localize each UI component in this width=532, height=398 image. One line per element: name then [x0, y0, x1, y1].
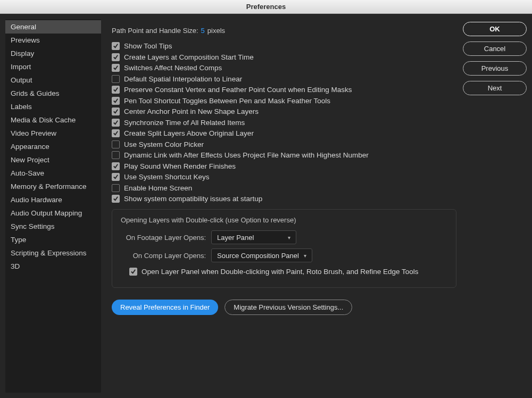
ok-button[interactable]: OK: [463, 22, 527, 36]
sidebar-item-scripting-expressions[interactable]: Scripting & Expressions: [5, 246, 101, 260]
sidebar-item-general[interactable]: General: [5, 20, 101, 34]
footage-layer-row: On Footage Layer Opens: Layer Panel ▾: [121, 230, 447, 244]
checkbox[interactable]: [112, 184, 120, 192]
open-layer-panel-row: Open Layer Panel when Double-clicking wi…: [129, 268, 447, 276]
checkbox-label: Synchronize Time of All Related Items: [124, 119, 245, 127]
sidebar-item-appearance[interactable]: Appearance: [5, 140, 101, 153]
checkbox-label: Switches Affect Nested Comps: [124, 64, 222, 72]
sidebar-item-labels[interactable]: Labels: [5, 100, 101, 113]
sidebar-item-import[interactable]: Import: [5, 60, 101, 73]
bottom-buttons: Reveal Preferences in Finder Migrate Pre…: [112, 300, 456, 315]
sidebar-item-3d[interactable]: 3D: [5, 260, 101, 273]
chevron-down-icon: ▾: [304, 253, 306, 259]
checkbox-row: Switches Affect Nested Comps: [112, 64, 456, 72]
checkbox-row: Create Split Layers Above Original Layer: [112, 129, 456, 137]
sidebar-item-previews[interactable]: Previews: [5, 34, 101, 47]
checkbox-row: Show system compatibility issues at star…: [112, 195, 456, 203]
checkbox-label: Dynamic Link with After Effects Uses Pro…: [124, 151, 369, 159]
checkbox[interactable]: [112, 64, 120, 72]
checkbox-row: Pen Tool Shortcut Toggles Between Pen an…: [112, 97, 456, 105]
path-point-value[interactable]: 5: [201, 27, 205, 35]
checkbox-row: Dynamic Link with After Effects Uses Pro…: [112, 151, 456, 159]
checkbox[interactable]: [112, 195, 120, 203]
checkbox[interactable]: [112, 162, 120, 170]
sidebar-item-grids-guides[interactable]: Grids & Guides: [5, 87, 101, 100]
body-area: GeneralPreviewsDisplayImportOutputGrids …: [0, 14, 532, 398]
checkbox-label: Play Sound When Render Finishes: [124, 162, 236, 170]
sidebar-item-auto-save[interactable]: Auto-Save: [5, 167, 101, 180]
checkbox-row: Preserve Constant Vertex and Feather Poi…: [112, 86, 456, 94]
checkbox-label: Center Anchor Point in New Shape Layers: [124, 107, 259, 115]
checkbox-label: Show Tool Tips: [124, 42, 172, 50]
path-point-unit: pixels: [207, 27, 225, 35]
preferences-sidebar: GeneralPreviewsDisplayImportOutputGrids …: [5, 19, 101, 393]
window-titlebar: Preferences: [0, 0, 532, 14]
reveal-preferences-button[interactable]: Reveal Preferences in Finder: [112, 300, 218, 315]
checkbox[interactable]: [112, 53, 120, 61]
sidebar-item-output[interactable]: Output: [5, 73, 101, 87]
open-layer-panel-checkbox[interactable]: [129, 268, 137, 276]
checkbox-row: Play Sound When Render Finishes: [112, 162, 456, 170]
previous-button[interactable]: Previous: [463, 61, 527, 76]
dialog-buttons: OK Cancel Previous Next: [463, 19, 527, 393]
comp-layer-row: On Comp Layer Opens: Source Composition …: [121, 248, 447, 262]
path-point-row: Path Point and Handle Size: 5 pixels: [112, 27, 456, 35]
double-click-group: Opening Layers with Double-click (use Op…: [112, 209, 456, 288]
checkbox-row: Create Layers at Composition Start Time: [112, 53, 456, 61]
checkbox-label: Show system compatibility issues at star…: [124, 195, 262, 203]
checkbox-row: Default Spatial Interpolation to Linear: [112, 75, 456, 83]
sidebar-item-media-disk-cache[interactable]: Media & Disk Cache: [5, 113, 101, 127]
checkbox[interactable]: [112, 97, 120, 105]
checkbox-label: Pen Tool Shortcut Toggles Between Pen an…: [124, 97, 330, 105]
footage-select-value: Layer Panel: [217, 234, 254, 242]
checkbox-row: Center Anchor Point in New Shape Layers: [112, 107, 456, 115]
checkbox-row: Show Tool Tips: [112, 42, 456, 50]
checkbox-row: Use System Color Picker: [112, 140, 456, 148]
checkbox[interactable]: [112, 173, 120, 181]
comp-select[interactable]: Source Composition Panel ▾: [211, 248, 312, 262]
sidebar-item-new-project[interactable]: New Project: [5, 153, 101, 167]
checkbox[interactable]: [112, 86, 120, 94]
path-point-label: Path Point and Handle Size:: [112, 27, 198, 35]
checkbox-label: Enable Home Screen: [124, 184, 192, 192]
double-click-legend: Opening Layers with Double-click (use Op…: [121, 216, 447, 224]
checkbox-label: Default Spatial Interpolation to Linear: [124, 75, 242, 83]
footage-label: On Footage Layer Opens:: [121, 234, 206, 242]
chevron-down-icon: ▾: [288, 235, 290, 241]
checkbox-row: Synchronize Time of All Related Items: [112, 119, 456, 127]
next-button[interactable]: Next: [463, 81, 527, 95]
comp-label: On Comp Layer Opens:: [121, 252, 206, 260]
checkbox-label: Create Split Layers Above Original Layer: [124, 129, 254, 137]
checkbox[interactable]: [112, 42, 120, 50]
migrate-settings-button[interactable]: Migrate Previous Version Settings...: [225, 300, 352, 315]
window-title: Preferences: [246, 3, 286, 11]
sidebar-item-memory-performance[interactable]: Memory & Performance: [5, 180, 101, 193]
checkbox-label: Use System Shortcut Keys: [124, 173, 210, 181]
sidebar-item-sync-settings[interactable]: Sync Settings: [5, 220, 101, 233]
footage-select[interactable]: Layer Panel ▾: [211, 230, 296, 244]
sidebar-item-audio-output-mapping[interactable]: Audio Output Mapping: [5, 206, 101, 220]
sidebar-item-video-preview[interactable]: Video Preview: [5, 127, 101, 140]
sidebar-item-type[interactable]: Type: [5, 233, 101, 246]
preferences-main: Path Point and Handle Size: 5 pixels Sho…: [101, 19, 463, 393]
checkbox-row: Enable Home Screen: [112, 184, 456, 192]
checkbox-row: Use System Shortcut Keys: [112, 173, 456, 181]
checkbox-label: Preserve Constant Vertex and Feather Poi…: [124, 86, 352, 94]
open-layer-panel-label: Open Layer Panel when Double-clicking wi…: [142, 268, 419, 276]
checkbox-label: Create Layers at Composition Start Time: [124, 53, 254, 61]
comp-select-value: Source Composition Panel: [217, 252, 299, 260]
general-checkbox-list: Show Tool TipsCreate Layers at Compositi…: [112, 42, 456, 203]
cancel-button[interactable]: Cancel: [463, 42, 527, 56]
sidebar-item-display[interactable]: Display: [5, 47, 101, 60]
checkbox-label: Use System Color Picker: [124, 140, 204, 148]
checkbox[interactable]: [112, 75, 120, 83]
sidebar-item-audio-hardware[interactable]: Audio Hardware: [5, 193, 101, 206]
checkbox[interactable]: [112, 151, 120, 159]
checkbox[interactable]: [112, 107, 120, 115]
checkbox[interactable]: [112, 129, 120, 137]
checkbox[interactable]: [112, 140, 120, 148]
checkbox[interactable]: [112, 119, 120, 127]
